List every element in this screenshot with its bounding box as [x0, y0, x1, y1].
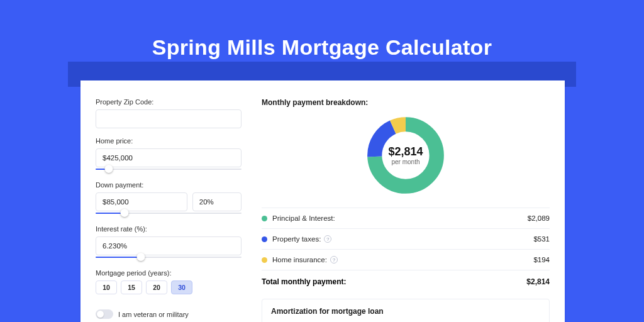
calculator-card: Property Zip Code: Home price: Down paym… [80, 80, 565, 322]
amortization-title: Amortization for mortgage loan [271, 307, 540, 316]
down-payment-label: Down payment: [96, 181, 242, 189]
home-price-field: Home price: [96, 137, 242, 172]
interest-slider-thumb [136, 253, 145, 261]
down-payment-amount-input[interactable] [96, 192, 187, 211]
interest-label: Interest rate (%): [96, 225, 242, 233]
period-options: 10152030 [96, 280, 242, 294]
breakdown-value: $2,089 [528, 214, 550, 222]
interest-slider[interactable] [96, 254, 242, 260]
period-option-30[interactable]: 30 [171, 280, 192, 294]
info-icon[interactable]: ? [324, 235, 331, 243]
legend-dot [262, 257, 267, 263]
home-price-label: Home price: [96, 137, 242, 145]
zip-label: Property Zip Code: [96, 98, 242, 106]
breakdown-label: Property taxes: [272, 235, 321, 243]
breakdown-title: Monthly payment breakdown: [262, 98, 550, 107]
breakdown-row: Property taxes:?$531 [262, 228, 550, 249]
veteran-toggle[interactable] [96, 309, 113, 319]
breakdown-value: $194 [533, 256, 550, 264]
period-label: Mortgage period (years): [96, 269, 242, 277]
page-title: Spring Mills Mortgage Calculator [0, 0, 644, 60]
down-payment-percent-input[interactable] [192, 192, 242, 211]
down-payment-slider-thumb [121, 209, 129, 217]
zip-input[interactable] [96, 109, 242, 128]
zip-field: Property Zip Code: [96, 98, 242, 128]
breakdown-row: Principal & Interest:$2,089 [262, 208, 550, 228]
donut-center-sub: per month [391, 158, 419, 165]
interest-slider-fill [96, 257, 141, 258]
interest-input[interactable] [96, 236, 242, 255]
donut-center-value: $2,814 [388, 145, 423, 158]
info-icon[interactable]: ? [330, 256, 338, 264]
home-price-input[interactable] [96, 148, 242, 167]
veteran-row: I am veteran or military [96, 309, 242, 319]
inputs-column: Property Zip Code: Home price: Down paym… [80, 80, 257, 322]
period-option-10[interactable]: 10 [96, 280, 117, 294]
breakdown-row: Home insurance:?$194 [262, 249, 550, 270]
period-option-15[interactable]: 15 [121, 280, 142, 294]
veteran-label: I am veteran or military [118, 311, 189, 318]
total-label: Total monthly payment: [262, 277, 346, 286]
period-option-20[interactable]: 20 [146, 280, 167, 294]
legend-dot [262, 236, 267, 242]
amortization-card: Amortization for mortgage loan Amortizat… [262, 299, 550, 322]
home-price-slider[interactable] [96, 166, 242, 172]
breakdown-column: Monthly payment breakdown: $2,814 per mo… [257, 80, 565, 322]
legend-dot [262, 216, 267, 221]
breakdown-label: Principal & Interest: [272, 214, 335, 222]
period-field: Mortgage period (years): 10152030 [96, 269, 242, 294]
down-payment-slider[interactable] [96, 210, 242, 216]
breakdown-list: Principal & Interest:$2,089Property taxe… [262, 208, 550, 270]
total-value: $2,814 [526, 277, 550, 286]
breakdown-total-row: Total monthly payment: $2,814 [262, 270, 550, 294]
down-payment-field: Down payment: [96, 181, 242, 216]
breakdown-value: $531 [533, 235, 550, 243]
breakdown-label: Home insurance: [272, 256, 327, 264]
home-price-slider-thumb [104, 165, 113, 173]
interest-field: Interest rate (%): [96, 225, 242, 260]
payment-donut-chart: $2,814 per month [365, 114, 447, 196]
